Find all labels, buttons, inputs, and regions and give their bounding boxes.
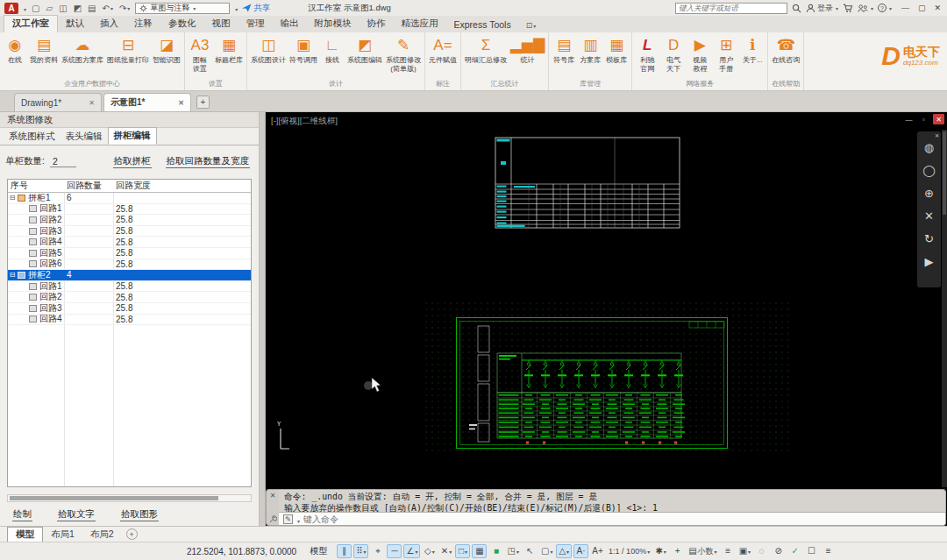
tree-expand-icon[interactable]: ⊟ <box>8 271 17 279</box>
status-toggle[interactable]: ☐ <box>804 544 819 558</box>
search-input[interactable] <box>675 3 787 14</box>
status-toggle[interactable]: ▦ <box>472 544 487 558</box>
viewport-controls[interactable]: [-][俯视][二维线框] <box>271 116 338 127</box>
ribbon-button[interactable]: D 电气 天下 <box>660 33 687 73</box>
status-toggle[interactable]: ✱ <box>653 544 668 558</box>
share-button[interactable]: 共享 <box>242 3 270 14</box>
ribbon-button[interactable]: ▂▅▇ 统计 <box>509 33 546 65</box>
ribbon-button[interactable]: ◩ 系统图编辑 <box>345 33 384 65</box>
status-toggle[interactable]: ▢ <box>539 544 554 558</box>
cabinet-count-field[interactable]: 2 <box>50 156 76 167</box>
palette-tab[interactable]: 拼柜编辑 <box>108 127 157 145</box>
workspace-selector[interactable]: 草图与注释 <box>135 3 230 14</box>
pick-button[interactable]: 拾取拼柜 <box>113 155 152 168</box>
status-toggle[interactable]: ▣ <box>737 544 752 558</box>
close-tab-icon[interactable]: ✕ <box>178 99 184 107</box>
command-dock-grip[interactable]: ✕ <box>267 490 279 525</box>
app-logo-icon[interactable]: A <box>4 3 18 14</box>
quick-access-button[interactable]: ▤ <box>87 4 96 13</box>
ribbon-button[interactable]: A= 元件赋值 <box>427 33 459 65</box>
nav-tool-button[interactable]: ▶ <box>921 253 938 270</box>
minimize-button[interactable]: — <box>901 4 909 12</box>
drawing-canvas[interactable]: [-][俯视][二维线框] — ▫ ✕ ✕ ◍ ◯ ⊕ ✕ ↻ ▶ <box>266 112 947 526</box>
status-toggle[interactable]: ─ <box>387 544 402 558</box>
ribbon-button[interactable]: ▣ 符号调用 <box>288 33 319 65</box>
status-toggle[interactable]: ≡ <box>821 544 836 558</box>
quick-access-button[interactable]: ▱ <box>45 4 53 13</box>
app-menu-arrow-icon[interactable] <box>23 4 26 13</box>
status-toggle[interactable]: ∠ <box>403 544 420 558</box>
status-toggle[interactable]: ◌ <box>754 544 769 558</box>
status-toggle[interactable]: ◳ <box>505 544 520 558</box>
status-toggle[interactable]: ◇ <box>422 544 437 558</box>
status-toggle[interactable]: ✓ <box>787 544 802 558</box>
stay-connected-button[interactable] <box>858 4 873 13</box>
ribbon-button[interactable]: ▤ 符号库 <box>551 33 577 65</box>
ribbon-button[interactable]: ℹ 关于... <box>739 33 765 65</box>
vertical-scrollbar[interactable] <box>942 130 947 487</box>
ribbon-button[interactable]: ▥ 方案库 <box>577 33 603 65</box>
nav-tool-button[interactable]: ↻ <box>921 230 938 247</box>
ribbon-tab[interactable]: 默认 <box>58 16 92 32</box>
tree-expand-icon[interactable]: ⊟ <box>8 194 17 202</box>
help-button[interactable]: ? <box>878 4 892 12</box>
quick-access-button[interactable]: ↶ <box>102 4 114 13</box>
palette-action-button[interactable]: 拾取图形 <box>120 508 159 521</box>
ribbon-tab[interactable]: Express Tools <box>446 18 519 32</box>
nav-tool-button[interactable]: ◍ <box>921 139 938 156</box>
horizontal-scrollbar[interactable] <box>7 494 252 502</box>
status-toggle[interactable]: 1:1 / 100% <box>607 544 652 558</box>
status-toggle[interactable]: ↖ <box>523 544 538 558</box>
ribbon-button[interactable]: L 利驰 官网 <box>634 33 660 73</box>
recent-commands-arrow-icon[interactable] <box>296 511 300 526</box>
drawing-close-button[interactable]: ✕ <box>933 114 944 124</box>
ribbon-tab[interactable]: 协作 <box>360 16 394 32</box>
ribbon-button[interactable]: ◫ 系统图设计 <box>249 33 288 65</box>
ribbon-button[interactable]: ▶ 视频 教程 <box>687 33 713 73</box>
status-toggle[interactable]: ✕ <box>438 544 453 558</box>
new-layout-button[interactable]: + <box>126 528 138 540</box>
status-toggle[interactable]: ▤ 小数 <box>687 544 718 558</box>
drawing-minimize-button[interactable]: — <box>903 114 915 124</box>
ribbon-button[interactable]: ⊞ 用户 手册 <box>713 33 739 73</box>
palette-grip[interactable] <box>260 112 266 526</box>
command-line-dock[interactable]: ✕ 命令: _.undo 当前设置: 自动 = 开, 控制 = 全部, 合并 =… <box>266 489 946 526</box>
status-toggle[interactable]: ■ <box>488 544 503 558</box>
command-close-icon[interactable]: ✕ <box>270 492 276 500</box>
ribbon-collapse-button[interactable]: ⊡ <box>526 21 537 32</box>
ribbon-button[interactable]: ☁ 系统图方案库 <box>60 33 105 65</box>
palette-action-button[interactable]: 绘制 <box>12 508 32 521</box>
ribbon-button[interactable]: ☎ 在线咨询 <box>770 33 801 65</box>
quick-access-button[interactable]: ↷ <box>118 4 131 13</box>
status-toggle[interactable]: □ <box>455 544 470 558</box>
file-tab[interactable]: Drawing1* ✕ <box>14 93 102 111</box>
status-toggle[interactable]: ≡ <box>721 544 736 558</box>
nav-tool-button[interactable]: ✕ <box>921 208 938 224</box>
close-button[interactable]: ✕ <box>934 4 941 12</box>
ribbon-button[interactable]: ∟ 接线 <box>319 33 345 65</box>
status-toggle[interactable]: ∥ <box>337 544 352 558</box>
nav-tool-button[interactable]: ⊕ <box>921 185 938 202</box>
wrench-icon[interactable] <box>268 514 277 523</box>
ribbon-button[interactable]: ▦ 模板库 <box>603 33 630 65</box>
ribbon-tab[interactable]: 附加模块 <box>307 16 360 32</box>
new-tab-button[interactable]: + <box>196 96 210 109</box>
ribbon-tab[interactable]: 注释 <box>126 16 160 32</box>
ribbon-tab[interactable]: 汉工作室 <box>4 15 58 32</box>
status-toggle[interactable]: + <box>670 544 685 558</box>
pick-button[interactable]: 拾取回路数量及宽度 <box>166 155 251 168</box>
palette-tab[interactable]: 表头编辑 <box>61 129 108 145</box>
model-space-button[interactable]: 模型 <box>305 545 331 557</box>
ribbon-tab[interactable]: 视图 <box>204 16 239 32</box>
app-store-button[interactable] <box>843 4 853 13</box>
quick-access-button[interactable]: ◩ <box>73 4 82 13</box>
restore-button[interactable]: ▢ <box>918 4 926 12</box>
palette-tab[interactable]: 系统图样式 <box>4 129 61 145</box>
ribbon-button[interactable]: Σ 明细汇总修改 <box>463 33 509 65</box>
brand-logo[interactable]: D 电天下 dq123.com <box>876 32 947 90</box>
ribbon-button[interactable]: ⊟ 图纸批量打印 <box>105 33 151 65</box>
ribbon-button[interactable]: ◪ 智能识图 <box>151 33 182 65</box>
status-toggle[interactable]: ⠿ <box>353 544 368 558</box>
ribbon-button[interactable]: A3 图幅 设置 <box>187 33 213 73</box>
ribbon-tab[interactable]: 管理 <box>239 16 273 32</box>
